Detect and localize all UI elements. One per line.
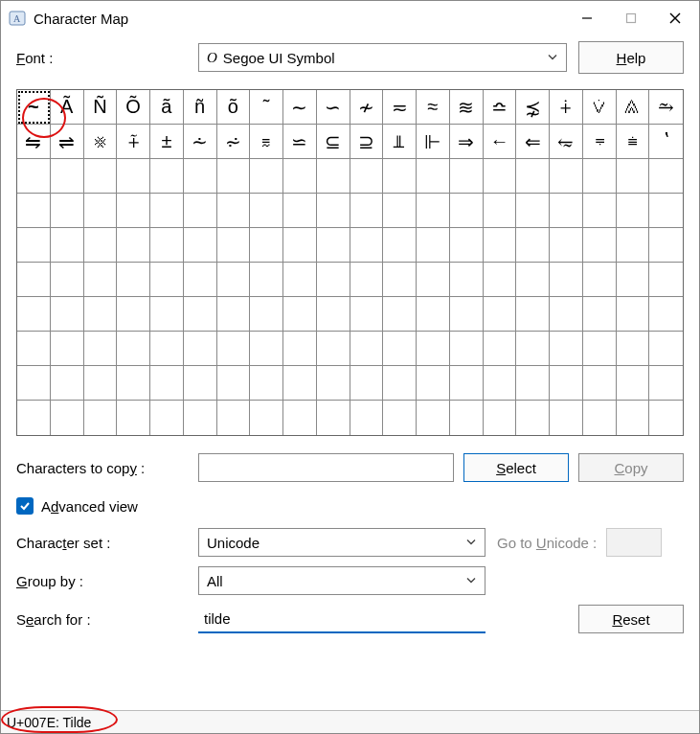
char-cell[interactable] [317,297,350,332]
char-cell[interactable] [583,366,617,401]
char-cell[interactable] [649,194,683,228]
char-cell[interactable] [184,366,217,401]
char-cell[interactable] [283,194,317,228]
char-cell[interactable] [150,263,184,297]
char-cell[interactable]: ⋨ [516,90,550,125]
char-cell[interactable] [150,194,184,228]
char-cell[interactable] [649,263,683,297]
char-cell[interactable] [550,401,583,435]
reset-button[interactable]: Reset [578,605,684,633]
groupby-select[interactable]: All [198,566,485,595]
char-cell[interactable] [383,297,417,332]
char-cell[interactable]: ≈ [417,90,450,125]
char-cell[interactable] [417,263,450,297]
char-cell[interactable] [283,332,317,366]
char-cell[interactable] [250,194,283,228]
char-cell[interactable]: ⩳ [250,125,283,159]
char-cell[interactable]: ⇐ [516,125,550,159]
char-cell[interactable] [649,297,683,332]
char-cell[interactable] [283,159,317,194]
char-cell[interactable] [250,332,283,366]
char-cell[interactable] [317,228,350,263]
char-cell[interactable] [317,332,350,366]
char-cell[interactable] [17,194,51,228]
char-cell[interactable] [184,263,217,297]
char-cell[interactable] [550,332,583,366]
char-cell[interactable]: ⋍ [283,125,317,159]
char-cell[interactable] [217,401,251,435]
char-cell[interactable] [217,228,251,263]
char-cell[interactable] [516,297,550,332]
char-cell[interactable] [383,401,417,435]
char-cell[interactable] [450,366,484,401]
char-cell[interactable] [617,228,650,263]
char-cell[interactable] [350,159,384,194]
char-cell[interactable] [51,159,84,194]
char-cell[interactable] [350,332,384,366]
char-cell[interactable] [417,297,450,332]
char-cell[interactable] [184,228,217,263]
char-cell[interactable] [250,297,283,332]
char-cell[interactable] [184,332,217,366]
char-cell[interactable]: ⇌ [51,125,84,159]
char-cell[interactable] [484,401,517,435]
chars-to-copy-input[interactable] [198,453,454,482]
char-cell[interactable]: ≋ [450,90,484,125]
search-input[interactable] [198,605,485,633]
char-cell[interactable] [117,159,150,194]
char-cell[interactable] [450,263,484,297]
char-cell[interactable] [117,366,150,401]
char-cell[interactable]: ⊇ [350,125,384,159]
char-cell[interactable] [250,228,283,263]
char-cell[interactable] [117,401,150,435]
char-cell[interactable] [350,194,384,228]
char-cell[interactable] [450,159,484,194]
advanced-view-checkbox[interactable] [16,497,34,515]
char-cell[interactable]: ~ [17,90,51,125]
char-cell[interactable] [117,297,150,332]
char-cell[interactable] [17,228,51,263]
char-cell[interactable] [150,401,184,435]
char-cell[interactable] [484,194,517,228]
char-cell[interactable] [283,297,317,332]
char-cell[interactable] [583,194,617,228]
char-cell[interactable] [550,194,583,228]
char-cell[interactable] [649,228,683,263]
char-cell[interactable] [250,401,283,435]
char-cell[interactable] [317,263,350,297]
char-cell[interactable]: ʽ [649,125,683,159]
char-cell[interactable] [17,401,51,435]
char-cell[interactable] [51,194,84,228]
char-cell[interactable] [383,228,417,263]
char-cell[interactable] [417,366,450,401]
char-cell[interactable] [283,263,317,297]
char-cell[interactable] [516,194,550,228]
char-cell[interactable] [350,263,384,297]
char-cell[interactable] [484,366,517,401]
char-cell[interactable]: ∼ [283,90,317,125]
char-cell[interactable]: ≁ [350,90,384,125]
maximize-button[interactable] [609,3,653,34]
char-cell[interactable] [217,159,251,194]
minimize-button[interactable] [565,3,609,34]
char-cell[interactable]: ã [150,90,184,125]
char-cell[interactable]: ← [484,125,517,159]
char-cell[interactable] [383,332,417,366]
char-cell[interactable] [516,159,550,194]
char-cell[interactable] [484,263,517,297]
char-cell[interactable] [417,228,450,263]
char-cell[interactable] [17,263,51,297]
char-cell[interactable] [84,366,118,401]
char-cell[interactable] [383,159,417,194]
char-cell[interactable] [583,228,617,263]
char-cell[interactable]: ⇋ [17,125,51,159]
char-cell[interactable] [51,401,84,435]
charset-select[interactable]: Unicode [198,528,485,557]
char-cell[interactable] [150,297,184,332]
char-cell[interactable]: ⩦ [583,125,617,159]
char-cell[interactable] [617,366,650,401]
char-cell[interactable] [17,297,51,332]
char-cell[interactable] [649,366,683,401]
char-cell[interactable] [317,366,350,401]
char-cell[interactable] [217,366,251,401]
